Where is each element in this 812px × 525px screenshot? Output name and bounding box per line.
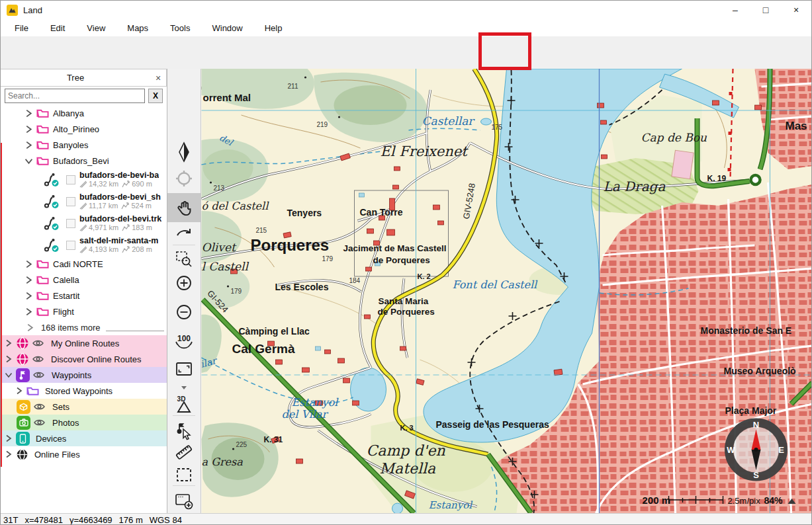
folder-label: Flight — [53, 307, 74, 317]
tree-panel-title: Tree — [1, 73, 150, 83]
zoom-in-button[interactable] — [167, 271, 201, 295]
chevron-right-icon[interactable] — [5, 450, 13, 458]
svg-text:K. 2: K. 2 — [418, 272, 431, 280]
map-compass[interactable]: N E S W — [725, 419, 788, 481]
tree-discover-online-routes[interactable]: Discover Online Routes — [1, 351, 167, 367]
menu-view[interactable]: View — [79, 20, 113, 36]
close-button[interactable]: × — [781, 1, 811, 19]
tree-folder-flight[interactable]: Flight — [1, 303, 167, 319]
tree-sets[interactable]: Sets — [1, 399, 167, 415]
svg-text:de Porqueres: de Porqueres — [373, 255, 430, 265]
chevron-right-icon[interactable] — [5, 355, 13, 363]
svg-text:Santa Maria: Santa Maria — [379, 296, 429, 306]
chevron-down-icon[interactable] — [5, 371, 13, 379]
chevron-right-icon[interactable] — [24, 307, 33, 316]
divider — [106, 324, 164, 331]
svg-text:213: 213 — [214, 184, 225, 192]
track-item[interactable]: bufadors-del-bevi.trk 4,971 km 183 m — [1, 212, 167, 234]
select-waypoint-button[interactable] — [167, 419, 201, 443]
chevron-right-icon[interactable] — [24, 125, 33, 134]
svg-text:Museo Arqueolò: Museo Arqueolò — [724, 366, 796, 376]
map-tool-strip: 100 3D — [167, 69, 201, 513]
search-input[interactable] — [5, 89, 145, 103]
elevation-icon — [122, 246, 130, 253]
menu-file[interactable]: File — [7, 20, 36, 36]
fit-view-button[interactable] — [167, 357, 201, 381]
pan-tool-button[interactable] — [167, 193, 201, 222]
tree-folder-estartit[interactable]: Estartit — [1, 288, 167, 303]
tree-online-files[interactable]: Online Files — [1, 446, 167, 462]
tree-folder-calella[interactable]: Calella — [1, 272, 167, 288]
tree-more-items[interactable]: 168 items more — [1, 319, 167, 335]
svg-text:219: 219 — [317, 121, 328, 128]
chevron-right-icon[interactable] — [24, 109, 33, 118]
add-panel-button[interactable] — [167, 489, 201, 513]
devices-icon — [16, 432, 30, 446]
track-checkbox[interactable] — [66, 175, 75, 184]
tree-folder-alto-pirineo[interactable]: Alto_Pirineo — [1, 121, 167, 137]
tree-folder-cadi-norte[interactable]: Cadi NORTE — [1, 256, 167, 272]
tree-photos[interactable]: Photos — [1, 415, 167, 430]
track-icon — [43, 237, 61, 254]
chevron-right-icon[interactable] — [24, 141, 33, 149]
chevron-right-icon[interactable] — [24, 260, 33, 268]
folder-icon — [36, 155, 49, 166]
tree-my-online-routes[interactable]: My Online Routes — [1, 335, 167, 351]
chevron-right-icon[interactable] — [24, 292, 33, 300]
zoom-window-button[interactable] — [167, 247, 201, 271]
previous-view-button[interactable] — [167, 223, 201, 242]
zoom-out-button[interactable] — [167, 300, 201, 324]
visibility-eye-icon[interactable] — [32, 339, 44, 347]
svg-text:Cap de Bou: Cap de Bou — [641, 131, 708, 144]
menu-tools[interactable]: Tools — [162, 20, 198, 36]
visibility-eye-icon[interactable] — [33, 371, 44, 379]
menu-maps[interactable]: Maps — [119, 20, 156, 36]
north-indicator-button[interactable] — [167, 140, 201, 164]
tree-panel-close-icon[interactable]: × — [150, 73, 166, 83]
svg-text:a Gresa: a Gresa — [202, 456, 244, 468]
search-clear-button[interactable]: X — [148, 89, 163, 103]
track-checkbox[interactable] — [66, 219, 75, 228]
menu-window[interactable]: Window — [204, 20, 250, 36]
measure-ruler-button[interactable] — [167, 440, 201, 464]
maximize-button[interactable]: □ — [750, 1, 781, 19]
tree-folder-banyoles[interactable]: Banyoles — [1, 137, 167, 153]
menu-help[interactable]: Help — [257, 20, 291, 36]
folder-icon — [36, 124, 49, 134]
waypoints-icon — [16, 368, 30, 382]
tree-devices[interactable]: Devices — [1, 430, 167, 446]
tree-stored-waypoints[interactable]: Stored Waypoints — [1, 383, 167, 399]
tree-folder-bufadors-bevi[interactable]: Bufadors_Bevi — [1, 153, 167, 169]
visibility-eye-icon[interactable] — [34, 419, 45, 426]
track-item[interactable]: salt-del-mir-santa-m 4,193 km 208 m — [1, 234, 167, 256]
compass-north: N — [753, 420, 759, 430]
row-label: Photos — [52, 418, 79, 428]
chevron-right-icon[interactable] — [24, 276, 33, 284]
tree-waypoints[interactable]: Waypoints — [1, 367, 167, 383]
chevron-right-icon[interactable] — [5, 339, 13, 347]
chevron-right-icon[interactable] — [5, 434, 13, 442]
track-item[interactable]: bufadors-de-bevi_sh 11,17 km 524 m — [1, 190, 167, 212]
fit-view-dropdown-caret[interactable] — [167, 382, 201, 393]
menu-edit[interactable]: Edit — [42, 20, 73, 36]
track-item[interactable]: bufadors-de-bevi-ba 14,32 km 690 m — [1, 169, 167, 190]
visibility-eye-icon[interactable] — [32, 355, 44, 363]
visibility-eye-icon[interactable] — [34, 403, 45, 411]
chevron-right-icon[interactable] — [15, 387, 23, 395]
track-checkbox[interactable] — [66, 197, 75, 206]
distance-icon — [79, 202, 87, 210]
chevron-down-icon[interactable] — [24, 157, 33, 165]
selection-rectangle-button[interactable] — [167, 463, 201, 487]
track-checkbox[interactable] — [66, 241, 75, 250]
svg-text:179: 179 — [322, 255, 334, 262]
chevron-right-icon[interactable] — [26, 323, 34, 332]
track-name: bufadors-de-bevi-ba — [79, 171, 159, 180]
minimize-button[interactable]: – — [720, 1, 750, 19]
zoom-100-button[interactable]: 100 — [167, 328, 201, 352]
track-elevation: 690 m — [132, 180, 152, 188]
map-canvas[interactable]: orrent Mal del 211 219 Castellar 175 El … — [201, 69, 811, 513]
svg-text:184: 184 — [349, 277, 361, 284]
elevation-icon — [122, 181, 130, 188]
view-3d-button[interactable]: 3D — [167, 393, 201, 417]
tree-folder-albanya[interactable]: Albanya — [1, 105, 167, 121]
